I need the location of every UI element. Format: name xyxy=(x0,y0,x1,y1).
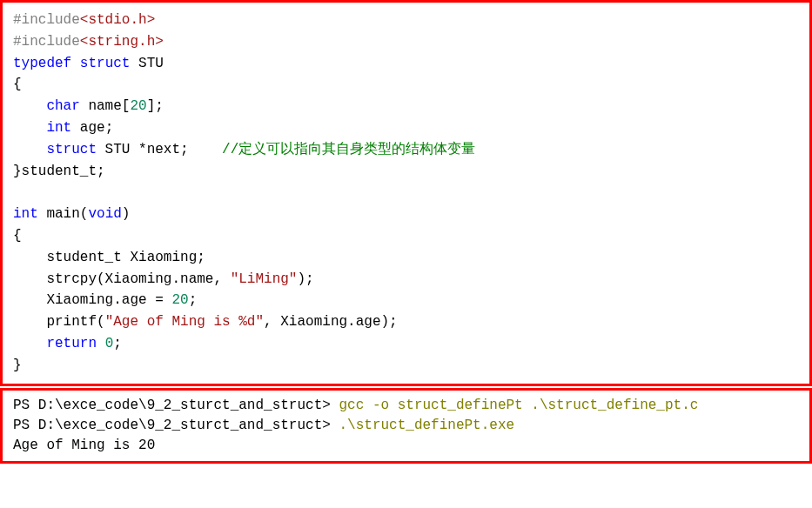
space xyxy=(97,336,105,351)
code-text: student_t Xiaoming; xyxy=(46,250,205,265)
code-text: strcpy(Xiaoming.name, xyxy=(46,271,230,287)
terminal-block: PS D:\exce_code\9_2_sturct_and_struct> g… xyxy=(0,388,812,465)
header-file: <string.h> xyxy=(80,34,164,50)
header-file: <stdio.h> xyxy=(80,12,155,28)
keyword-typedef: typedef xyxy=(13,56,71,71)
code-block: #include<stdio.h> #include<string.h> typ… xyxy=(0,0,812,386)
code-text: Xiaoming.age = xyxy=(46,292,171,308)
string-literal: "LiMing" xyxy=(231,271,298,287)
terminal-content: PS D:\exce_code\9_2_sturct_and_struct> g… xyxy=(13,396,799,457)
code-text: name[ xyxy=(80,98,131,114)
indent xyxy=(13,271,46,287)
indent xyxy=(13,120,46,136)
code-text: ); xyxy=(297,271,313,287)
code-text: main( xyxy=(38,206,89,222)
container: #include<stdio.h> #include<string.h> typ… xyxy=(0,0,812,464)
brace: } xyxy=(13,358,22,373)
preproc: #include xyxy=(13,12,80,28)
string-literal: "Age of Ming is %d" xyxy=(105,314,264,330)
code-text: printf( xyxy=(46,314,104,330)
brace: { xyxy=(13,77,22,92)
number: 20 xyxy=(171,292,188,308)
indent xyxy=(13,336,46,351)
number: 20 xyxy=(130,98,146,114)
indent xyxy=(13,142,46,157)
code-text: , Xiaoming.age); xyxy=(264,314,398,330)
code-content: #include<stdio.h> #include<string.h> typ… xyxy=(13,10,799,377)
indent xyxy=(13,314,46,330)
terminal-output: Age of Ming is 20 xyxy=(13,438,155,453)
terminal-prompt: PS D:\exce_code\9_2_sturct_and_struct> xyxy=(13,418,339,433)
code-text: ) xyxy=(122,206,131,222)
keyword-int: int xyxy=(46,120,71,136)
code-text: age; xyxy=(71,120,113,136)
indent xyxy=(13,98,46,114)
keyword-void: void xyxy=(88,206,121,222)
code-text: ; xyxy=(189,292,198,308)
comment: //定义可以指向其自身类型的结构体变量 xyxy=(222,142,475,157)
terminal-command: .\struct_definePt.exe xyxy=(339,418,514,433)
code-text: }student_t; xyxy=(13,164,105,179)
terminal-prompt: PS D:\exce_code\9_2_sturct_and_struct> xyxy=(13,398,339,413)
terminal-command: gcc -o struct_definePt .\struct_define_p… xyxy=(339,398,698,413)
keyword-return: return xyxy=(46,336,97,351)
code-text: ; xyxy=(113,336,122,351)
code-text: STU *next; xyxy=(97,142,222,157)
keyword-struct: struct xyxy=(46,142,97,157)
preproc: #include xyxy=(13,34,80,50)
brace: { xyxy=(13,228,22,244)
indent xyxy=(13,250,46,265)
struct-name: STU xyxy=(130,56,163,71)
number: 0 xyxy=(105,336,114,351)
indent xyxy=(13,292,46,308)
keyword-int: int xyxy=(13,206,38,222)
keyword-char: char xyxy=(46,98,79,114)
code-text: ]; xyxy=(147,98,164,114)
keyword-struct: struct xyxy=(80,56,131,71)
